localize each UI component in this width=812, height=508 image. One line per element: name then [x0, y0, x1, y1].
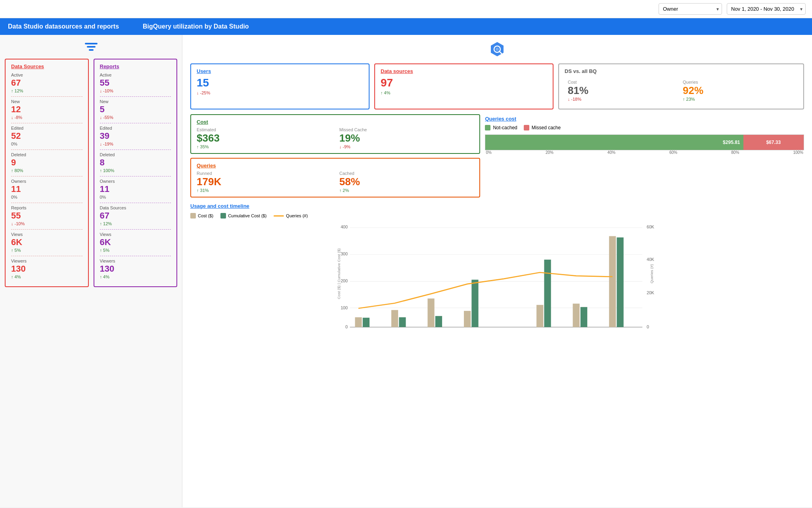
cumulative-legend-label: Cumulative Cost ($): [228, 213, 266, 218]
queries-cached: Cached 58% ↑ 2%: [339, 171, 474, 193]
cost-queries-area: Cost Estimated $363 ↑ 35% Missed Cache 1…: [190, 114, 804, 197]
cost-title[interactable]: Cost: [197, 119, 474, 125]
filter-icon: [83, 41, 99, 53]
cumulative-legend-dot: [220, 213, 226, 219]
rp-views-value: 6K: [100, 237, 171, 247]
ds-new-change: ↓ -8%: [11, 115, 82, 120]
missed-cache-label: Missed cache: [532, 125, 561, 130]
ds-active-label: Active: [11, 73, 82, 77]
bar-red: $67.33: [743, 135, 804, 150]
svg-text:0: 0: [647, 324, 649, 329]
rp-active-change: ↓ -10%: [100, 88, 171, 93]
tl-legend-queries: Queries (#): [274, 213, 308, 218]
date-range-select-wrap[interactable]: Nov 1, 2020 - Nov 30, 2020: [727, 3, 806, 15]
users-change: ↓ -25%: [197, 90, 363, 95]
ds-viewers-row: Viewers 130 ↑ 4%: [11, 259, 82, 279]
ds-bq-cost-change: ↓ -18%: [568, 97, 680, 102]
queries-cost-section: Queries cost Not-cached Missed cache $29…: [485, 116, 804, 197]
svg-point-6: [496, 48, 499, 51]
reports-title[interactable]: Reports: [100, 63, 171, 69]
ds-viewers-label: Viewers: [11, 259, 82, 263]
ds-bq-queries-col: Queries 92% ↑ 23%: [683, 80, 795, 102]
queries-cost-title[interactable]: Queries cost: [485, 116, 804, 122]
data-sources-metric-title[interactable]: Data sources: [381, 68, 547, 74]
cost-estimated: Estimated $363 ↑ 35%: [197, 127, 331, 149]
tl-legend-cumulative: Cumulative Cost ($): [220, 213, 266, 219]
users-title[interactable]: Users: [197, 68, 363, 74]
queries-title[interactable]: Queries: [197, 163, 474, 169]
bar-teal-1: [363, 318, 370, 327]
data-sources-title[interactable]: Data Sources: [11, 63, 82, 69]
bar-tan-2: [391, 310, 398, 327]
date-range-select[interactable]: Nov 1, 2020 - Nov 30, 2020: [727, 3, 806, 15]
users-metric-box: Users 15 ↓ -25%: [190, 63, 370, 109]
rp-owners-value: 11: [100, 184, 171, 194]
queries-cached-label: Cached: [339, 171, 474, 176]
svg-text:200: 200: [341, 278, 348, 283]
ds-bq-queries-label: Queries: [683, 80, 795, 84]
svg-text:Cost ($) | Cumulative Cost ($): Cost ($) | Cumulative Cost ($): [337, 248, 341, 299]
owner-select[interactable]: Owner: [659, 3, 722, 15]
left-panel: Data Sources Active 67 ↑ 12% New 12 ↓ -8…: [0, 35, 182, 507]
rp-ds-label: Data Sources: [100, 205, 171, 210]
legend-not-cached: Not-cached: [485, 125, 517, 130]
cost-estimated-label: Estimated: [197, 127, 331, 132]
rp-views-label: Views: [100, 232, 171, 237]
ds-views-change: ↑ 5%: [11, 248, 82, 253]
svg-text:20K: 20K: [647, 290, 655, 295]
svg-text:0: 0: [345, 324, 348, 329]
rp-edited-value: 39: [100, 131, 171, 141]
cost-box: Cost Estimated $363 ↑ 35% Missed Cache 1…: [190, 114, 480, 154]
svg-rect-0: [85, 43, 98, 44]
ds-active-value: 67: [11, 78, 82, 88]
ds-deleted-row: Deleted 9 ↑ 80%: [11, 152, 82, 173]
ds-reports-row: Reports 55 ↓ -10%: [11, 205, 82, 226]
rp-viewers-value: 130: [100, 264, 171, 274]
rp-owners-label: Owners: [100, 179, 171, 184]
rp-active-row: Active 55 ↓ -10%: [100, 73, 171, 93]
right-title: BigQuery utilization by Data Studio: [143, 23, 249, 30]
ds-bq-grid: Cost 81% ↓ -18% Queries 92% ↑ 23%: [565, 77, 798, 105]
svg-rect-1: [87, 46, 96, 48]
rp-owners-row: Owners 11 0%: [100, 179, 171, 199]
right-panel: Users 15 ↓ -25% Data sources 97 ↑ 4% DS …: [182, 35, 812, 507]
rp-active-label: Active: [100, 73, 171, 77]
users-value: 15: [197, 77, 363, 89]
ds-deleted-change: ↑ 80%: [11, 168, 82, 173]
ds-deleted-label: Deleted: [11, 152, 82, 157]
timeline-title[interactable]: Usage and cost timeline: [190, 203, 804, 209]
ds-bq-queries-value: 92%: [683, 84, 795, 97]
queries-inner: Runned 179K ↑ 31% Cached 58% ↑ 2%: [197, 171, 474, 193]
queries-legend-label: Queries (#): [286, 213, 308, 218]
chart-container: 400 300 200 100 0 60K 40K 20K 0 Cost ($)…: [190, 222, 804, 334]
left-title: Data Studio datasources and reports: [8, 23, 119, 30]
rp-ds-change: ↑ 12%: [100, 221, 171, 226]
queries-runned: Runned 179K ↑ 31%: [197, 171, 331, 193]
main-content: Data Sources Active 67 ↑ 12% New 12 ↓ -8…: [0, 35, 812, 507]
reports-card: Reports Active 55 ↓ -10% New 5 ↓ -55% Ed…: [94, 59, 178, 287]
bar-teal-7: [580, 307, 587, 327]
ds-vs-bq-title: DS vs. all BQ: [565, 68, 798, 74]
cost-missed-value: 19%: [339, 132, 474, 144]
ds-views-value: 6K: [11, 237, 82, 247]
owner-select-wrap[interactable]: Owner: [659, 3, 722, 15]
bar-axis: 0% 20% 40% 60% 80% 100%: [485, 150, 804, 155]
cards-row: Data Sources Active 67 ↑ 12% New 12 ↓ -8…: [5, 59, 177, 287]
queries-cost-legend: Not-cached Missed cache: [485, 125, 804, 130]
rp-owners-change: 0%: [100, 195, 171, 199]
queries-line: [358, 272, 613, 308]
ds-edited-value: 52: [11, 131, 82, 141]
bigquery-icon-area: [190, 41, 804, 59]
top-bar: Owner Nov 1, 2020 - Nov 30, 2020: [0, 0, 812, 18]
bigquery-icon: [488, 41, 506, 59]
svg-text:40K: 40K: [647, 257, 655, 262]
ds-new-value: 12: [11, 104, 82, 115]
cost-legend-label: Cost ($): [198, 213, 213, 218]
data-sources-metric-change: ↑ 4%: [381, 90, 547, 95]
left-metrics-stack: Cost Estimated $363 ↑ 35% Missed Cache 1…: [190, 114, 480, 197]
ds-bq-queries-change: ↑ 23%: [683, 97, 795, 102]
rp-new-change: ↓ -55%: [100, 115, 171, 120]
ds-deleted-value: 9: [11, 157, 82, 168]
bar-track: $295.81 $67.33: [485, 134, 804, 150]
queries-runned-label: Runned: [197, 171, 331, 176]
